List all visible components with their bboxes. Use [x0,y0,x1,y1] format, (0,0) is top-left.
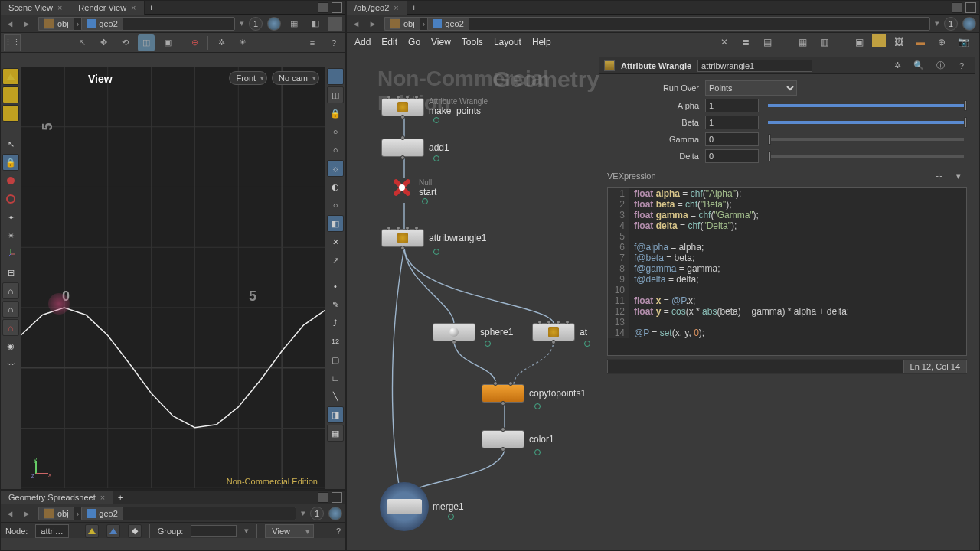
camera-icon[interactable]: 📷 [955,34,972,51]
display-flag[interactable] [534,449,541,455]
node-merge1[interactable] [380,482,429,531]
delta-input[interactable] [705,149,759,163]
menu-go[interactable]: Go [408,37,420,47]
node-color1[interactable]: color1 [482,430,554,448]
camera-select-2[interactable]: No cam [272,71,319,85]
add-tab-button[interactable]: + [113,491,127,504]
dropdown-icon[interactable]: ▾ [301,508,305,518]
crumb-obj[interactable]: obj [38,507,74,520]
curve-icon[interactable]: 〰 [2,356,19,373]
headlight-icon[interactable]: ☼ [327,160,344,177]
tool-handle-icon[interactable] [2,86,19,103]
alpha-input[interactable] [705,99,759,112]
menu-help[interactable]: Help [532,37,551,47]
pin-1[interactable]: 1 [944,17,958,31]
close-icon[interactable]: × [394,3,398,12]
pick-icon[interactable]: ⤴ [327,315,344,331]
rotate-icon[interactable]: ⟲ [116,34,133,51]
bone-icon[interactable]: ✦ [2,209,19,226]
pane-menu-icon[interactable] [318,492,328,503]
pane-menu-icon[interactable] [952,2,962,13]
box-icon[interactable]: ▬ [912,34,929,51]
back-icon[interactable]: ◄ [4,507,16,520]
list-icon[interactable]: ≣ [737,34,754,51]
display-flag[interactable] [485,341,491,347]
image-icon[interactable]: 🖼 [890,34,907,51]
display-flag[interactable] [422,198,428,204]
line-icon[interactable]: ╲ [327,388,344,405]
note-icon[interactable] [872,34,886,47]
red-dot-icon[interactable] [2,172,19,189]
snapshot-icon[interactable]: ▦ [286,15,302,32]
node-start[interactable]: Nullstart [390,175,436,200]
node-make-points[interactable]: Attribute Wranglemake_points [381,97,488,116]
wireframe-icon[interactable]: ◫ [327,86,344,103]
tool-paint-icon[interactable] [2,105,19,122]
menu-edit[interactable]: Edit [381,37,397,47]
node-at[interactable]: at [532,323,587,341]
node-attribwrangle1[interactable]: attribwrangle1 [381,229,486,247]
color-icon[interactable]: ▣ [851,34,867,51]
pane-menu-icon[interactable] [318,2,328,13]
lock-icon[interactable]: 🔒 [2,154,19,171]
expr-input[interactable] [607,360,903,373]
crumb-obj[interactable]: obj [384,17,420,31]
close-icon[interactable]: × [100,493,105,502]
node-copytopoints1[interactable]: copytopoints1 [482,384,586,403]
arrow-icon[interactable]: ↖ [2,135,19,152]
display-flag[interactable] [433,155,439,161]
crumb-obj[interactable]: obj [38,17,74,31]
lock2-icon[interactable]: 🔒 [327,105,344,122]
dot-icon[interactable]: • [327,278,344,295]
angle-icon[interactable]: ∟ [327,370,344,386]
crumb-geo2[interactable]: geo2 [81,507,122,520]
hq-icon[interactable]: ◧ [327,215,344,232]
handles-icon[interactable]: ⋮⋮ [4,34,21,51]
runover-select[interactable]: Points [705,80,797,96]
square-icon[interactable]: ▢ [327,351,344,368]
group-input[interactable] [191,525,237,537]
num12-icon[interactable]: 12 [327,333,344,350]
viewport[interactable]: View Front No cam 0 5 5 Non-Commercial E… [21,67,325,489]
ghost-icon[interactable]: ○ [327,123,344,140]
delta-slider[interactable] [768,155,964,158]
scale-icon[interactable]: ◫ [138,34,155,51]
joint-icon[interactable]: ✴ [2,227,19,244]
maximize-icon[interactable] [332,492,342,503]
magnet-icon[interactable]: ∩ [2,282,19,299]
move-icon[interactable]: ✥ [95,34,112,51]
maximize-icon[interactable] [332,2,342,13]
gamma-input[interactable] [705,132,759,146]
forward-icon[interactable]: ► [367,18,379,30]
gear-icon[interactable]: ✲ [889,57,906,74]
path-field[interactable]: obj › geo2 [384,17,930,31]
prims-icon[interactable] [106,524,120,538]
chevron-down-icon[interactable]: ▾ [950,168,967,184]
tree-icon[interactable]: ▤ [759,34,776,51]
axis-icon[interactable] [2,246,19,262]
detail-icon[interactable]: ◆ [128,524,142,538]
params-icon[interactable]: ⊹ [930,168,947,184]
back-icon[interactable]: ◄ [350,18,362,30]
options-icon[interactable]: ☀ [234,34,251,51]
layout-icon[interactable]: ≡ [304,34,321,51]
gamma-slider[interactable] [768,138,964,141]
beta-slider[interactable] [768,121,964,124]
display-icon[interactable] [328,17,342,31]
display-pt-icon[interactable] [327,68,344,85]
help-icon[interactable]: ? [953,57,970,74]
back-icon[interactable]: ◄ [4,18,16,30]
network-view[interactable]: Non-Commercial Edition Attribute Wrangle… [347,51,599,550]
tab-render-view[interactable]: Render View× [70,1,144,15]
path-field[interactable]: obj › geo2 [38,17,235,31]
view-dropdown[interactable]: View▾ [265,524,314,538]
link-icon[interactable] [962,17,976,31]
tab-obj-geo2[interactable]: /obj/geo2× [347,1,407,15]
add-tab-button[interactable]: + [145,1,158,15]
menu-layout[interactable]: Layout [494,37,521,47]
display-flag[interactable] [448,514,454,520]
crumb-geo2[interactable]: geo2 [427,17,469,31]
path-field[interactable]: obj › geo2 [38,507,296,520]
pen-icon[interactable]: ✎ [327,296,344,313]
tool-edit-icon[interactable] [2,68,19,85]
